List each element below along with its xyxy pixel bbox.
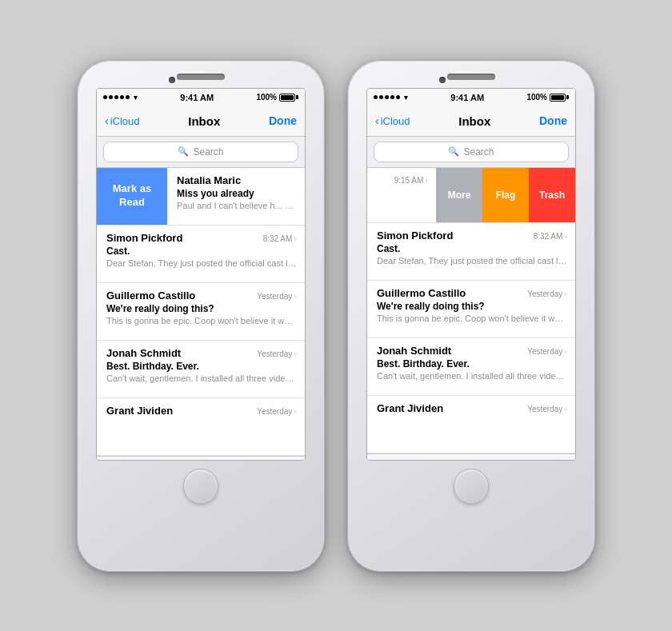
back-chevron-icon: ‹ bbox=[105, 114, 109, 127]
signal-dots-2 bbox=[374, 95, 400, 99]
chevron-icon: › bbox=[564, 289, 567, 298]
signal-dot bbox=[120, 95, 124, 99]
email-header-p2-0: Simon Pickford 8:32 AM › bbox=[377, 230, 567, 242]
email-subject-p2-1: We're really doing this? bbox=[377, 301, 567, 312]
email-preview-p2-2: Can't wait, gentlemen. I installed all t… bbox=[377, 371, 567, 381]
email-header-4: Grant Jividen Yesterday › bbox=[106, 405, 297, 417]
email-subject-2: We're really doing this? bbox=[106, 303, 297, 314]
wifi-icon: ▾ bbox=[134, 94, 138, 102]
email-item-swiped-1[interactable]: Mark as Read Natalia Maric Miss you alre… bbox=[97, 168, 305, 226]
more-action[interactable]: More bbox=[436, 168, 482, 222]
nav-title-1: Inbox bbox=[188, 114, 220, 128]
camera-dot-2 bbox=[439, 77, 446, 83]
screen-2: ▾ 9:41 AM 100% ‹ iCloud Inbox D bbox=[366, 88, 576, 461]
email-item-p2-1[interactable]: Guillermo Castillo Yesterday › We're rea… bbox=[367, 281, 575, 338]
compose-button-2[interactable] bbox=[553, 459, 567, 461]
email-content-2: Guillermo Castillo Yesterday › We're rea… bbox=[97, 283, 305, 340]
signal-dot bbox=[114, 95, 118, 99]
home-button-1[interactable] bbox=[183, 469, 218, 504]
nav-title-2: Inbox bbox=[458, 114, 490, 128]
email-header-1: Simon Pickford 8:32 AM › bbox=[106, 232, 297, 244]
swiped-time: 9:15 AM › bbox=[394, 175, 428, 185]
search-input-1[interactable]: 🔍 Search bbox=[103, 142, 298, 162]
email-item-2[interactable]: Guillermo Castillo Yesterday › We're rea… bbox=[97, 283, 305, 341]
email-time-3: Yesterday › bbox=[257, 349, 297, 358]
nav-bar-1: ‹ iCloud Inbox Done bbox=[97, 106, 305, 137]
signal-area: ▾ bbox=[103, 94, 138, 102]
email-header-p2-1: Guillermo Castillo Yesterday › bbox=[377, 287, 567, 299]
chevron-icon-s: › bbox=[425, 175, 428, 185]
signal-dot bbox=[379, 95, 383, 99]
email-time-p2-0: 8:32 AM › bbox=[534, 231, 567, 241]
battery-area: 100% bbox=[256, 93, 298, 102]
flag-action[interactable]: Flag bbox=[482, 168, 529, 222]
email-preview-p2-0: Dear Stefan, They just posted the offici… bbox=[377, 256, 567, 266]
email-content-1: Simon Pickford 8:32 AM › Cast. Dear Stef… bbox=[97, 226, 305, 282]
phone-1: ▾ 9:41 AM 100% ‹ iCloud Inbox D bbox=[77, 60, 325, 572]
back-button-2[interactable]: ‹ iCloud bbox=[375, 114, 410, 127]
email-sender-1: Simon Pickford bbox=[106, 232, 182, 244]
swiped-email-header: quickly the 9:15 AM › bbox=[367, 174, 428, 186]
search-bar-1: 🔍 Search bbox=[97, 137, 305, 168]
email-item-p2-0[interactable]: Simon Pickford 8:32 AM › Cast. Dear Stef… bbox=[367, 223, 575, 281]
phones-container: ▾ 9:41 AM 100% ‹ iCloud Inbox D bbox=[77, 60, 595, 572]
email-preview-0: Paul and I can't believe h... week went … bbox=[177, 201, 297, 210]
phone-2: ▾ 9:41 AM 100% ‹ iCloud Inbox D bbox=[347, 60, 595, 572]
email-subject-p2-2: Best. Birthday. Ever. bbox=[377, 358, 567, 369]
swiped-preview: again so... bbox=[367, 187, 428, 197]
updated-label-2: Updated Just Now bbox=[435, 458, 507, 461]
email-content-4: Grant Jividen Yesterday › bbox=[97, 398, 305, 455]
email-time-p2-3: Yesterday › bbox=[527, 404, 567, 413]
back-label-1: iCloud bbox=[110, 115, 140, 127]
done-button-2[interactable]: Done bbox=[539, 114, 567, 127]
mark-as-read-action[interactable]: Mark as Read bbox=[97, 168, 167, 225]
footer-1: Updated Just Now 3 Unread bbox=[97, 456, 305, 461]
signal-dot bbox=[374, 95, 378, 99]
signal-dot bbox=[126, 95, 130, 99]
trash-action[interactable]: Trash bbox=[529, 168, 575, 222]
swiped-email-wrapper: quickly the 9:15 AM › again so... bbox=[367, 168, 575, 223]
email-preview-3: Can't wait, gentlemen. I installed all t… bbox=[106, 373, 297, 383]
search-bar-2: 🔍 Search bbox=[367, 137, 575, 168]
back-button-1[interactable]: ‹ iCloud bbox=[105, 114, 140, 127]
email-sender-0: Natalia Maric bbox=[177, 174, 241, 186]
email-subject-1: Cast. bbox=[106, 246, 297, 257]
back-chevron-icon-2: ‹ bbox=[375, 114, 379, 127]
email-content-0: Natalia Maric Miss you already Paul and … bbox=[167, 168, 305, 225]
signal-dots bbox=[103, 95, 130, 99]
camera-dot bbox=[169, 77, 175, 83]
signal-area-2: ▾ bbox=[374, 94, 408, 102]
search-icon-1: 🔍 bbox=[178, 146, 189, 157]
email-subject-0: Miss you already bbox=[177, 188, 297, 199]
chevron-icon: › bbox=[294, 406, 297, 416]
email-sender-p2-1: Guillermo Castillo bbox=[377, 287, 466, 299]
chevron-icon: › bbox=[564, 231, 567, 241]
status-bar-1: ▾ 9:41 AM 100% bbox=[97, 89, 305, 106]
email-item-swiped-2[interactable]: quickly the 9:15 AM › again so... bbox=[367, 168, 436, 222]
email-header-3: Jonah Schmidt Yesterday › bbox=[106, 347, 297, 359]
email-list-2: quickly the 9:15 AM › again so... bbox=[367, 168, 575, 453]
done-button-1[interactable]: Done bbox=[269, 114, 297, 127]
email-sender-p2-3: Grant Jividen bbox=[377, 402, 443, 414]
chevron-icon: › bbox=[294, 291, 297, 301]
nav-bar-2: ‹ iCloud Inbox Done bbox=[367, 106, 575, 137]
email-item-1[interactable]: Simon Pickford 8:32 AM › Cast. Dear Stef… bbox=[97, 226, 305, 283]
email-item-p2-2[interactable]: Jonah Schmidt Yesterday › Best. Birthday… bbox=[367, 338, 575, 396]
screen-1: ▾ 9:41 AM 100% ‹ iCloud Inbox D bbox=[96, 88, 306, 461]
email-time-p2-1: Yesterday › bbox=[527, 289, 567, 298]
home-button-2[interactable] bbox=[454, 469, 489, 504]
email-subject-p2-0: Cast. bbox=[377, 243, 567, 254]
email-preview-2: This is gonna be epic. Coop won't believ… bbox=[106, 316, 297, 325]
email-item-4[interactable]: Grant Jividen Yesterday › bbox=[97, 398, 305, 456]
search-input-2[interactable]: 🔍 Search bbox=[374, 142, 569, 162]
battery-pct: 100% bbox=[256, 93, 277, 102]
speaker-2 bbox=[447, 74, 495, 80]
email-content-3: Jonah Schmidt Yesterday › Best. Birthday… bbox=[97, 341, 305, 397]
email-content-p2-1: Guillermo Castillo Yesterday › We're rea… bbox=[367, 281, 575, 337]
search-placeholder-2: Search bbox=[463, 146, 494, 158]
email-sender-p2-2: Jonah Schmidt bbox=[377, 345, 451, 357]
email-item-3[interactable]: Jonah Schmidt Yesterday › Best. Birthday… bbox=[97, 341, 305, 398]
signal-dot bbox=[103, 95, 107, 99]
email-item-p2-3[interactable]: Grant Jividen Yesterday › bbox=[367, 396, 575, 453]
search-placeholder-1: Search bbox=[193, 146, 223, 158]
